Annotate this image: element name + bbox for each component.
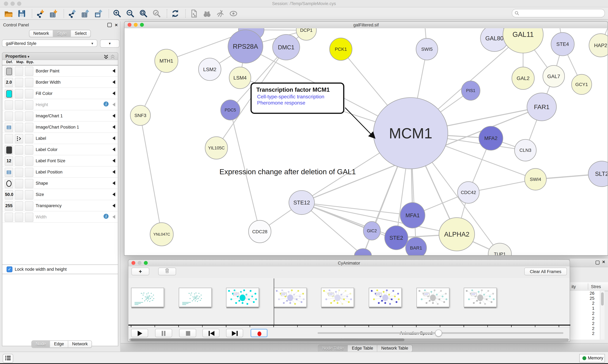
table-cell-value[interactable]: 25 bbox=[570, 296, 600, 301]
table-cell-value[interactable]: 2 bbox=[570, 321, 600, 326]
network-node-dmc1[interactable]: DMC1 bbox=[273, 35, 300, 60]
mapping-cell[interactable] bbox=[15, 123, 23, 132]
tab-edge-table[interactable]: Edge Table bbox=[348, 345, 377, 352]
bypass-cell[interactable] bbox=[25, 212, 33, 222]
zoom-selected-icon[interactable] bbox=[152, 9, 161, 18]
properties-header[interactable]: Properties ▾ bbox=[2, 52, 118, 60]
stop-button[interactable] bbox=[179, 329, 196, 337]
timeline-frame-4[interactable] bbox=[321, 288, 354, 307]
expand-property-icon[interactable] bbox=[112, 80, 115, 84]
table-cell-value[interactable]: 1 bbox=[570, 306, 600, 311]
tab-node[interactable]: Node bbox=[32, 341, 50, 347]
collapse-all-icon[interactable] bbox=[110, 54, 115, 59]
export-network-icon[interactable] bbox=[68, 9, 77, 18]
bypass-cell[interactable] bbox=[25, 201, 33, 211]
network-node-hap2[interactable]: HAP2 bbox=[589, 34, 608, 57]
bypass-cell[interactable] bbox=[25, 123, 33, 132]
open-folder-icon[interactable] bbox=[4, 9, 13, 18]
expand-property-icon[interactable] bbox=[112, 181, 115, 185]
network-node-bar1[interactable]: BAR1 bbox=[406, 237, 427, 255]
timeline-frame-1[interactable] bbox=[179, 288, 211, 307]
column-header[interactable]: Stres bbox=[591, 284, 601, 289]
mapping-cell[interactable] bbox=[15, 89, 23, 98]
annotation-box[interactable]: Transcription factor MCM1 Cell-type-spec… bbox=[250, 83, 344, 114]
close-panel-icon[interactable]: ✕ bbox=[115, 23, 118, 27]
skip-start-button[interactable] bbox=[202, 329, 220, 337]
default-value-cell[interactable] bbox=[5, 168, 13, 177]
tab-node-table[interactable]: Node Table bbox=[318, 345, 348, 352]
style-options-button[interactable]: ▼ bbox=[100, 39, 119, 48]
expand-all-icon[interactable] bbox=[104, 54, 109, 59]
float-panel-icon[interactable] bbox=[107, 23, 112, 27]
network-node-lsm2[interactable]: LSM2 bbox=[199, 58, 221, 80]
bypass-cell[interactable] bbox=[25, 111, 33, 121]
network-node-tup1[interactable]: TUP1 bbox=[488, 243, 511, 255]
mapping-cell[interactable] bbox=[15, 201, 23, 211]
import-table-icon[interactable] bbox=[49, 9, 58, 18]
table-cell-value[interactable]: 26 bbox=[570, 291, 600, 296]
zoom-fit-icon[interactable] bbox=[139, 9, 148, 18]
search-input[interactable] bbox=[512, 9, 605, 17]
expand-property-icon[interactable] bbox=[112, 125, 115, 129]
timeline-frame-5[interactable] bbox=[369, 288, 402, 307]
default-value-cell[interactable] bbox=[5, 100, 13, 110]
network-node-yil105c[interactable]: YIL105C bbox=[205, 137, 228, 159]
table-cell-value[interactable]: 2 bbox=[570, 331, 600, 336]
mapping-cell[interactable] bbox=[15, 168, 23, 177]
mapping-cell[interactable] bbox=[15, 66, 23, 76]
style-dropdown[interactable]: galFiltered Style▼ bbox=[2, 39, 97, 47]
tab-style[interactable]: Style bbox=[53, 30, 71, 37]
bypass-cell[interactable] bbox=[25, 145, 33, 155]
network-node-gal11[interactable]: GAL11 bbox=[503, 28, 543, 53]
expand-property-icon[interactable] bbox=[112, 114, 115, 118]
default-value-cell[interactable] bbox=[5, 111, 13, 121]
table-cell-value[interactable]: 2 bbox=[570, 301, 600, 306]
export-table-icon[interactable] bbox=[81, 9, 90, 18]
timeline-frame-6[interactable] bbox=[416, 288, 449, 307]
bypass-cell[interactable] bbox=[25, 179, 33, 188]
network-node-gal2[interactable]: GAL2 bbox=[512, 67, 534, 90]
expand-property-icon[interactable] bbox=[112, 170, 115, 174]
mapping-cell[interactable] bbox=[15, 134, 23, 143]
default-value-cell[interactable] bbox=[5, 89, 13, 98]
network-node-pis1[interactable]: PIS1 bbox=[461, 81, 480, 100]
expand-property-icon[interactable] bbox=[112, 215, 115, 219]
network-node-pdc5[interactable]: PDC5 bbox=[221, 100, 240, 120]
bypass-cell[interactable] bbox=[25, 89, 33, 98]
expand-property-icon[interactable] bbox=[112, 204, 115, 208]
mapping-cell[interactable] bbox=[15, 156, 23, 166]
tab-network-table[interactable]: Network Table bbox=[377, 345, 412, 352]
save-icon[interactable] bbox=[17, 9, 27, 18]
timeline-frame-3[interactable] bbox=[274, 288, 306, 307]
clear-all-frames-button[interactable]: Clear All Frames bbox=[524, 268, 567, 275]
network-node-ste4[interactable]: STE4 bbox=[551, 33, 574, 56]
expand-property-icon[interactable] bbox=[112, 147, 115, 151]
timeline-frame-0[interactable] bbox=[131, 288, 164, 307]
mapping-cell[interactable] bbox=[15, 111, 23, 121]
network-node-gal7[interactable]: GAL7 bbox=[543, 65, 565, 87]
expand-property-icon[interactable] bbox=[112, 69, 115, 73]
default-value-cell[interactable] bbox=[5, 134, 13, 143]
network-node-bottom-partial[interactable] bbox=[354, 248, 372, 255]
expand-property-icon[interactable] bbox=[112, 193, 115, 196]
play-button[interactable] bbox=[131, 329, 148, 337]
zoom-in-icon[interactable] bbox=[112, 9, 122, 18]
network-node-ste12[interactable]: STE12 bbox=[289, 191, 315, 215]
default-value-cell[interactable] bbox=[5, 179, 13, 188]
network-node-rps28a[interactable]: RPS28A bbox=[228, 30, 263, 63]
network-node-gcy1[interactable]: GCY1 bbox=[572, 74, 592, 94]
bypass-cell[interactable] bbox=[25, 134, 33, 143]
table-scrollbar[interactable] bbox=[600, 291, 605, 340]
network-node-alpha2[interactable]: ALPHA2 bbox=[439, 218, 474, 251]
tab-network[interactable]: Network bbox=[29, 30, 53, 37]
network-document-icon[interactable] bbox=[189, 9, 199, 18]
network-node-pck1[interactable]: PCK1 bbox=[330, 38, 352, 60]
ui-panels-menu-button[interactable] bbox=[3, 354, 13, 363]
timeline-frame-2[interactable] bbox=[226, 288, 259, 307]
default-value-cell[interactable] bbox=[5, 212, 13, 222]
expand-property-icon[interactable] bbox=[112, 159, 115, 163]
mapping-cell[interactable] bbox=[15, 212, 23, 222]
network-node-ste2[interactable]: STE2 bbox=[385, 226, 408, 250]
network-node-cdc28[interactable]: CDC28 bbox=[249, 220, 271, 243]
expand-property-icon[interactable] bbox=[112, 136, 115, 140]
